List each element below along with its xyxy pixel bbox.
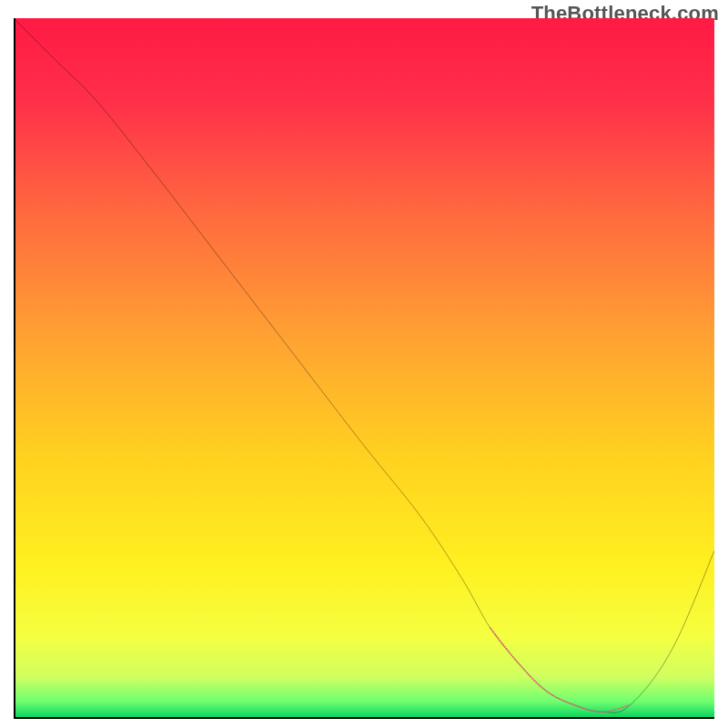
chart-root: TheBottleneck.com (0, 0, 728, 728)
bottleneck-curve (14, 18, 714, 713)
curve-layer (14, 18, 714, 719)
plot-area (14, 18, 714, 719)
highlight-segment (490, 628, 631, 712)
